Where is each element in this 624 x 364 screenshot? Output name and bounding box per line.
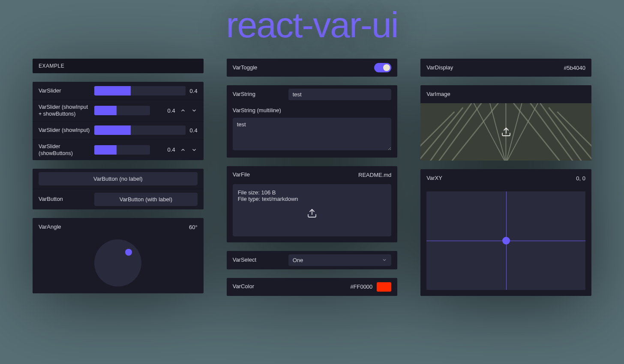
select-row: VarSelect One [227,251,398,269]
sliders-panel: VarSlider 0.4 VarSlider (showInput + sho… [33,82,204,160]
display-panel: VarDisplay #5b4040 [420,59,591,77]
color-row: VarColor #FF0000 [227,278,398,296]
slider-row-input-buttons: VarSlider (showInput + showButtons) 0.4 [33,100,204,121]
angle-value: 60° [189,224,198,230]
file-size: File size: 106 B [238,189,387,196]
xy-panel: VarXY 0, 0 [420,169,591,296]
slider-track[interactable] [94,145,150,155]
chevron-up-icon[interactable] [180,146,186,153]
slider-track[interactable] [94,86,186,95]
button-row-no-label: VarButton (no label) [33,169,204,189]
column-3: VarDisplay #5b4040 VarImage [420,59,591,296]
xy-pad[interactable] [426,191,585,290]
file-header: VarFile README.md [227,166,398,184]
display-value: #5b4040 [564,65,585,71]
slider-track[interactable] [94,125,186,135]
toggle-panel: VarToggle [227,59,398,77]
example-header-panel: EXAMPLE [33,59,204,73]
slider-label: VarSlider (showButtons) [39,143,90,157]
file-label: VarFile [233,171,284,179]
string-row: VarString [227,85,398,104]
page-title: react-var-ui [0,0,624,46]
select-value: One [293,257,303,263]
button-row-with-label: VarButton VarButton (with label) [33,189,204,209]
image-header: VarImage [420,85,591,103]
chevron-down-icon[interactable] [191,107,198,114]
select-panel: VarSelect One [227,251,398,269]
toggle-label: VarToggle [233,64,284,72]
display-label: VarDisplay [426,64,478,72]
color-value: #FF0000 [350,283,372,290]
slider-label: VarSlider [39,87,90,95]
display-row: VarDisplay #5b4040 [420,59,591,77]
xy-header: VarXY 0, 0 [420,169,591,187]
select-label: VarSelect [233,257,284,264]
chevron-down-icon [382,257,387,263]
buttons-panel: VarButton (no label) VarButton VarButton… [33,169,204,209]
toggle-switch[interactable] [374,63,391,72]
string-panel: VarString VarString (multiline) [227,85,398,158]
multiline-row: VarString (multiline) [227,104,398,158]
image-dropzone[interactable] [420,103,591,161]
slider-label: VarSlider (showInput + showButtons) [39,104,90,118]
select-dropdown[interactable]: One [288,254,392,266]
slider-row-input: VarSlider (showInput) 0.4 [33,121,204,139]
example-header: EXAMPLE [33,59,204,73]
column-2: VarToggle VarString VarString (multiline… [227,59,398,296]
slider-track[interactable] [94,106,150,115]
color-swatch[interactable] [377,282,391,292]
angle-header: VarAngle 60° [33,218,204,236]
string-input[interactable] [288,89,392,100]
angle-dial[interactable] [94,239,141,286]
slider-value: 0.4 [190,88,198,94]
multiline-label: VarString (multiline) [233,107,392,114]
string-label: VarString [233,91,284,98]
angle-panel: VarAngle 60° [33,218,204,293]
angle-handle[interactable] [125,249,132,256]
file-panel: VarFile README.md File size: 106 B File … [227,166,398,242]
upload-icon [501,127,511,137]
file-dropzone[interactable]: File size: 106 B File type: text/markdow… [233,184,392,236]
slider-value: 0.4 [168,146,175,153]
button-label: VarButton [39,196,90,203]
file-name: README.md [358,172,391,178]
panel-grid: EXAMPLE VarSlider 0.4 VarSlider (showInp… [0,46,624,296]
var-button-with-label[interactable]: VarButton (with label) [94,193,198,206]
multiline-textarea[interactable] [233,118,392,150]
upload-icon [238,202,387,231]
slider-label: VarSlider (showInput) [39,127,90,134]
column-1: EXAMPLE VarSlider 0.4 VarSlider (showInp… [33,59,204,296]
xy-value: 0, 0 [576,175,585,182]
slider-row-basic: VarSlider 0.4 [33,82,204,100]
slider-value: 0.4 [190,127,198,134]
xy-label: VarXY [426,175,478,182]
xy-handle[interactable] [502,237,510,245]
slider-row-buttons: VarSlider (showButtons) 0.4 [33,139,204,161]
toggle-row: VarToggle [227,59,398,77]
color-label: VarColor [233,283,284,290]
image-panel: VarImage [420,85,591,161]
var-button-no-label[interactable]: VarButton (no label) [39,172,198,185]
chevron-down-icon[interactable] [191,146,198,153]
angle-label: VarAngle [39,224,90,231]
chevron-up-icon[interactable] [180,107,186,114]
slider-value: 0.4 [168,107,175,114]
image-label: VarImage [426,91,478,98]
file-type: File type: text/markdown [238,196,387,202]
color-panel: VarColor #FF0000 [227,278,398,296]
